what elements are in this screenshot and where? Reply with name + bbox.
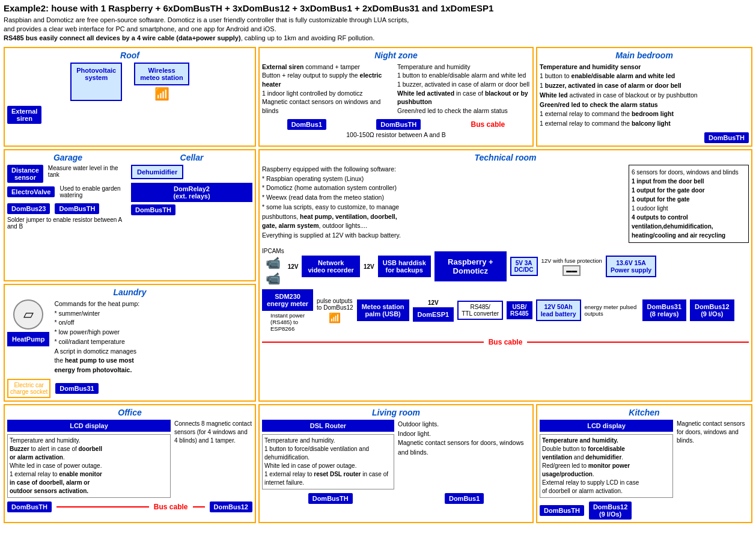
living-left-text: Temperature and humidity. 1 button to fo… [262,434,394,489]
cellar-dombusth-btn[interactable]: DomBusTH [131,204,175,215]
dombus12-io-btn[interactable]: DomBus12(9 I/Os) [690,299,734,321]
domrelay2-btn[interactable]: DomRelay2(ext. relays) [131,183,252,202]
bedroom-text: Temperature and humidity sensor 1 button… [540,63,749,129]
meteo-box: Meteo stationpalm (USB) [357,299,409,321]
resistor-note: 100-150Ω resistor between A and B [262,131,530,138]
night-title: Night zone [262,51,530,60]
header-desc: Raspbian and Domoticz are free open-sour… [4,16,752,43]
domesp-box: DomESP1 [413,307,454,322]
wifi-icon: 📶 [154,87,169,101]
bedroom-title: Main bedroom [540,51,749,60]
night-dombus1-btn[interactable]: DomBus1 [287,119,326,130]
header-title: Example2: house with 1 Raspberry + 6xDom… [4,2,752,14]
heatpump-icon: ▱ [13,299,43,330]
living-zone: Living room DSL Router Temperature and h… [258,404,534,523]
camera-icon: 📹 [266,256,281,270]
dombus31-relays-btn[interactable]: DomBus31(8 relays) [642,299,686,321]
laundry-dombus31-btn[interactable]: DomBus31 [55,383,98,394]
technical-title: Technical room [262,153,749,162]
night-left-text: External siren command + tamper Button +… [262,63,395,115]
office-bus-line [56,506,149,508]
usb-rs485-box: USB/RS485 [507,301,532,319]
living-dombusth-btn[interactable]: DomBusTH [308,493,353,504]
fuse-note: 12V with fuse protection [541,257,602,264]
technical-bus-line2 [527,342,749,343]
office-lcd-btn[interactable]: LCD display [7,420,171,432]
kitchen-sensor-box: Temperature and humidity. Double button … [540,434,673,498]
night-bus-cable: Bus cable [471,120,505,129]
cellar-title: Cellar [131,153,252,162]
distance-sensor-btn[interactable]: Distancesensor [7,165,43,183]
fuse-box: ▬▬ [562,265,581,276]
office-sensor-box: Temperature and humidity. Buzzer to aler… [7,434,171,498]
pulse-note: pulse outputsto DomBus12 [317,298,353,311]
living-right-text: Outdoor lights. Indoor light. Magnetic c… [398,420,530,489]
v12-label-3: 12V [428,299,439,306]
ps-box: 13.6V 15APower supply [606,256,656,277]
dc-dc-box: 5V 3ADC/DC [510,257,538,276]
wifi-icon2: 📶 [329,312,341,324]
rs485-box: RS485/TTL converter [457,301,503,320]
laundry-commands: Commands for the heat pump: * summer/win… [54,299,252,375]
kitchen-zone: Kitchen LCD display Temperature and humi… [536,404,752,523]
garage-dombusth-btn[interactable]: DomBusTH [55,203,99,214]
garage-cellar-container: Garage Distancesensor Measure water leve… [4,149,256,281]
v12-label-2: 12V [364,263,374,270]
living-title: Living room [262,408,530,417]
raspberry-box: Raspberry +Domoticz [434,251,507,281]
office-bus-line2 [193,506,205,508]
office-dombus12-btn[interactable]: DomBus12 [210,501,252,512]
garage-title: Garage [7,153,129,162]
roof-zone: Roof Photovoltaicsystem Wirelessmeteo st… [4,47,256,147]
garage-zone: Garage Distancesensor Measure water leve… [7,153,129,278]
night-right-text: Temperature and humidity 1 button to ena… [397,63,530,115]
cellar-zone: Cellar Dehumidifier DomRelay2(ext. relay… [131,153,252,278]
main-bedroom-zone: Main bedroom Temperature and humidity se… [536,47,752,147]
office-title: Office [7,408,252,417]
technical-zone: Technical room Raspberry equipped with t… [258,149,752,402]
kitchen-title: Kitchen [540,408,749,417]
technical-raspberry-desc: Raspberry equipped with the following so… [262,165,625,243]
office-bus-cable: Bus cable [154,503,188,511]
charge-socket-box: Electric carcharge socket [7,379,50,398]
camera-icon2: 📹 [266,271,281,286]
measure-note: Measure water level in the tank [48,165,129,178]
dehumidifier-box: Dehumidifier [131,165,183,179]
night-dombusth-btn[interactable]: DomBusTH [376,119,421,130]
office-zone: Office LCD display Temperature and humid… [4,404,256,523]
external-siren-btn[interactable]: Externalsiren [7,106,41,124]
kitchen-lcd-btn[interactable]: LCD display [540,420,673,432]
v12-label-1: 12V [288,263,299,270]
technical-bus-cable: Bus cable [489,338,523,346]
electrovalve-btn[interactable]: ElectroValve [7,186,55,197]
office-dombusth-btn[interactable]: DomBusTH [7,501,52,512]
office-contact-note: Connects 8 magnetic contact sensors (for… [174,420,252,445]
night-zone: Night zone External siren command + tamp… [258,47,534,147]
bedroom-dombusth-btn[interactable]: DomBusTH [704,132,749,143]
garden-note: Used to enable garden watering [59,185,129,198]
dsl-router-btn[interactable]: DSL Router [262,420,394,432]
sdm-box: SDM230energy meter [262,289,313,311]
dombus23-btn[interactable]: DomBus23 [7,203,50,214]
kitchen-dombusth-btn[interactable]: DomBusTH [540,505,584,516]
battery-box: 12V 50Ahlead battery [536,299,581,321]
laundry-title: Laundry [7,287,252,297]
technical-bus-line [262,342,484,343]
laundry-zone: Laundry ▱ HeatPump Commands for the heat… [4,284,256,402]
nvr-box: Networkvideo recorder [302,256,359,277]
energy-note: energy meter pulsed outputs [585,304,639,317]
heatpump-btn[interactable]: HeatPump [7,332,49,346]
solder-note: Solder jumper to enable resistor between… [7,216,129,230]
kitchen-contact-note: Magnetic contact sensors for doors, wind… [677,420,749,445]
technical-right-panel: 6 sensors for doors, windows and blinds … [629,165,749,243]
living-dombus1-btn[interactable]: DomBus1 [445,493,484,504]
photovoltaic-box: Photovoltaicsystem [70,63,122,101]
wireless-meteo-box: Wirelessmeteo station [134,63,189,85]
usb-hdd-box: USB harddiskfor backups [378,256,431,277]
roof-title: Roof [7,51,252,60]
instant-note: Instant power(RS485) toESP8266 [270,312,305,332]
kitchen-dombus12-btn[interactable]: DomBus12(9 I/Os) [589,501,632,520]
ipcams-label: IPCAMs [262,248,284,254]
